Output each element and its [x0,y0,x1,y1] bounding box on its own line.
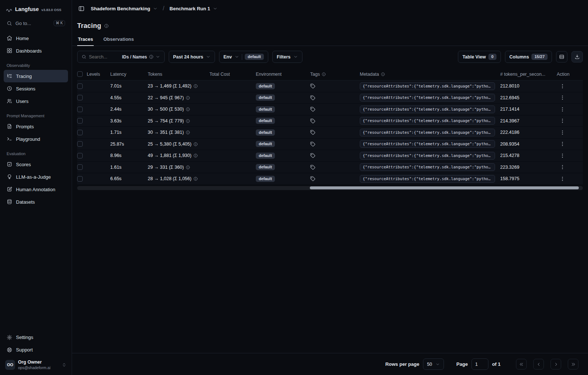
row-actions-button[interactable] [559,164,566,171]
row-actions-button[interactable] [559,152,566,159]
tag-icon[interactable] [310,83,316,89]
row-actions-button[interactable] [559,175,566,182]
tab-observations[interactable]: Observations [103,34,135,46]
column-header-total-cost[interactable]: Total Cost [209,72,256,77]
sidebar-item-support[interactable]: Support [4,343,68,356]
row-actions-button[interactable] [559,117,566,124]
sidebar-item-home[interactable]: Home [4,32,68,44]
horizontal-scrollbar-thumb[interactable] [310,186,579,189]
sidebar-item-users[interactable]: Users [4,95,68,107]
row-checkbox[interactable] [77,164,83,170]
table-row[interactable]: 6.65s 28 → 1,028 (Σ 1,056) default {"res… [77,173,583,185]
tag-icon[interactable] [310,176,316,182]
table-row[interactable]: 1.71s 30 → 351 (Σ 381) default {"resourc… [77,127,583,139]
row-actions-button[interactable] [559,106,566,113]
info-icon[interactable] [193,153,198,158]
metadata-text[interactable]: {"resourceAttributes":{"telemetry.sdk.la… [360,129,495,136]
sidebar-item-tracing[interactable]: Tracing [4,70,68,82]
metadata-text[interactable]: {"resourceAttributes":{"telemetry.sdk.la… [360,175,495,183]
search-mode-dropdown[interactable]: IDs / Names [122,54,160,60]
search-control[interactable]: IDs / Names [77,51,165,63]
row-actions-button[interactable] [559,83,566,90]
env-dropdown[interactable]: Env default [219,51,268,63]
info-icon[interactable] [186,107,190,112]
tag-icon[interactable] [310,95,316,101]
tag-icon[interactable] [310,142,316,147]
info-icon[interactable] [186,165,190,170]
row-checkbox[interactable] [77,83,83,89]
info-icon[interactable] [193,176,198,181]
sidebar-item-dashboards[interactable]: Dashboards [4,44,68,57]
page-input[interactable] [472,358,488,370]
sidebar-item-playground[interactable]: Playground [4,133,68,145]
info-icon[interactable] [186,96,190,100]
sidebar-item-prompts[interactable]: Prompts [4,120,68,133]
metadata-text[interactable]: {"resourceAttributes":{"telemetry.sdk.la… [360,117,495,125]
filters-dropdown[interactable]: Filters [272,51,302,63]
previous-page-button[interactable] [533,359,544,369]
column-header-tags[interactable]: Tags [310,72,360,77]
table-row[interactable]: 4.55s 22 → 945 (Σ 967) default {"resourc… [77,92,583,104]
column-header-tokens[interactable]: Tokens [148,72,209,77]
column-header-tokens-per-second[interactable]: # tokens_per_secon... [500,72,557,77]
table-view-button[interactable]: Table View 0 [458,51,501,63]
rows-per-page-select[interactable]: 50 [423,358,444,370]
sidebar-item-human-annotation[interactable]: Human Annotation [4,183,68,196]
row-height-button[interactable] [556,51,567,63]
row-actions-button[interactable] [559,94,566,101]
column-header-levels[interactable]: Levels [87,72,110,77]
table-row[interactable]: 1.61s 29 → 331 (Σ 360) default {"resourc… [77,162,583,174]
row-checkbox[interactable] [77,176,83,182]
row-checkbox[interactable] [77,141,83,147]
metadata-text[interactable]: {"resourceAttributes":{"telemetry.sdk.la… [360,140,495,148]
table-row[interactable]: 7.01s 23 → 1,469 (Σ 1,492) default {"res… [77,81,583,92]
column-header-environment[interactable]: Environment [256,72,310,77]
time-range-dropdown[interactable]: Past 24 hours [169,51,215,63]
search-input[interactable] [89,54,112,60]
column-header-metadata[interactable]: Metadata [360,72,500,77]
metadata-text[interactable]: {"resourceAttributes":{"telemetry.sdk.la… [360,152,495,160]
table-row[interactable]: 25.87s 25 → 5,380 (Σ 5,405) default {"re… [77,139,583,150]
info-icon[interactable] [193,84,198,89]
sidebar-item-sessions[interactable]: Sessions [4,82,68,95]
export-button[interactable] [571,51,583,63]
sidebar-item-llm-as-a-judge[interactable]: LLM-as-a-Judge [4,171,68,183]
columns-button[interactable]: Columns 15/27 [505,51,552,63]
info-icon[interactable] [104,24,109,28]
metadata-text[interactable]: {"resourceAttributes":{"telemetry.sdk.la… [360,106,495,113]
info-icon[interactable] [186,130,190,135]
last-page-button[interactable] [568,359,578,369]
tag-icon[interactable] [310,153,316,158]
goto-search[interactable]: Go to... ⌘ K [4,17,68,29]
sidebar-toggle-button[interactable] [77,4,86,13]
tag-icon[interactable] [310,118,316,124]
row-checkbox[interactable] [77,107,83,112]
info-icon[interactable] [186,119,190,124]
tag-icon[interactable] [310,130,316,135]
metadata-text[interactable]: {"resourceAttributes":{"telemetry.sdk.la… [360,163,495,171]
tag-icon[interactable] [310,107,316,112]
first-page-button[interactable] [516,359,527,369]
org-switcher[interactable]: Shadeform Benchmarking [90,4,158,13]
row-actions-button[interactable] [559,129,566,136]
horizontal-scrollbar[interactable] [77,186,583,190]
row-checkbox[interactable] [77,95,83,100]
metadata-text[interactable]: {"resourceAttributes":{"telemetry.sdk.la… [360,94,495,101]
row-checkbox[interactable] [77,130,83,135]
row-checkbox[interactable] [77,118,83,124]
next-page-button[interactable] [551,359,561,369]
sidebar-item-scores[interactable]: Scores [4,158,68,171]
sidebar-item-settings[interactable]: Settings [4,331,68,343]
table-row[interactable]: 8.96s 49 → 1,881 (Σ 1,930) default {"res… [77,150,583,162]
tab-traces[interactable]: Traces [77,34,94,46]
metadata-text[interactable]: {"resourceAttributes":{"telemetry.sdk.la… [360,82,495,90]
project-switcher[interactable]: Benchmark Run 1 [169,4,218,13]
column-header-latency[interactable]: Latency [110,72,148,77]
tag-icon[interactable] [310,165,316,170]
row-actions-button[interactable] [559,140,566,147]
select-all-checkbox[interactable] [77,71,83,77]
table-row[interactable]: 2.44s 30 → 500 (Σ 530) default {"resourc… [77,104,583,115]
user-menu[interactable]: OO Org Owner ops@shadeform.ai [4,356,68,371]
row-checkbox[interactable] [77,153,83,158]
sidebar-item-datasets[interactable]: Datasets [4,196,68,208]
